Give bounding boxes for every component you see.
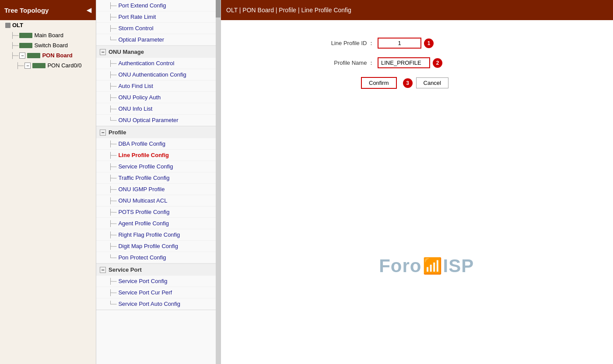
switch-board-icon [19,43,32,48]
tree-item-pon-board[interactable]: ├─ − PON Board [0,50,96,60]
tree-line-switch: ├─ [11,42,18,49]
watermark: Foro 📶 ISP [379,256,474,276]
service-port-collapse-icon[interactable]: − [100,267,106,273]
onu-manage-collapse-icon[interactable]: − [100,49,106,55]
watermark-foro: Foro [379,256,421,276]
nav-item-pots-profile-config[interactable]: ├─ POTS Profile Config [96,206,216,218]
nav-item-optical-parameter[interactable]: └─ Optical Parameter [96,34,216,46]
sidebar-title: Tree Topology [4,7,49,14]
pon-collapse-icon[interactable]: − [19,52,25,59]
nav-item-right-flag-profile-config[interactable]: ├─ Right Flag Profile Config [96,229,216,241]
olt-label: OLT [12,22,23,28]
olt-icon [5,23,11,28]
nav-section-header-profile[interactable]: − Profile [96,126,216,138]
nav-item-storm-control[interactable]: ├─ Storm Control [96,23,216,34]
nav-item-auto-find-list[interactable]: ├─ Auto Find List [96,80,216,92]
middle-nav-wrapper: ├─ Port Extend Config ├─ Port Rate Limit… [96,0,221,364]
step-badge-1: 1 [424,38,434,48]
line-profile-id-label: Line Profile ID ： [317,39,374,47]
profile-collapse-icon[interactable]: − [100,130,106,136]
nav-section-top: ├─ Port Extend Config ├─ Port Rate Limit… [96,0,216,46]
line-profile-form: Line Profile ID ： 1 Profile Name ： 2 Con… [230,38,604,89]
nav-item-service-port-config[interactable]: ├─ Service Port Config [96,276,216,287]
step-badge-2: 2 [433,58,442,68]
breadcrumb-text: OLT | PON Board | Profile | Line Profile… [226,7,351,14]
nav-item-line-profile-config[interactable]: ├─ Line Profile Config [96,150,216,161]
cancel-button[interactable]: Cancel [416,77,448,88]
tree-line-pon: ├─ [11,52,18,59]
nav-item-port-rate-limit[interactable]: ├─ Port Rate Limit [96,11,216,23]
nav-item-auth-control[interactable]: ├─ Authentication Control [96,58,216,69]
switch-board-label: Switch Board [34,42,68,49]
content-area: Line Profile ID ： 1 Profile Name ： 2 Con… [221,20,613,364]
nav-section-service-port: − Service Port ├─ Service Port Config ├─… [96,264,216,310]
profile-name-input[interactable] [378,57,430,68]
nav-item-onu-optical-param[interactable]: └─ ONU Optical Parameter [96,115,216,126]
nav-item-service-port-auto-config[interactable]: └─ Service Port Auto Config [96,298,216,310]
nav-item-onu-policy-auth[interactable]: ├─ ONU Policy Auth [96,92,216,103]
nav-section-profile: − Profile ├─ DBA Profile Config ├─ Line … [96,126,216,264]
confirm-button[interactable]: Confirm [361,77,397,89]
nav-section-onu-manage: − ONU Manage ├─ Authentication Control ├… [96,46,216,126]
nav-section-header-onu-manage[interactable]: − ONU Manage [96,46,216,58]
line-profile-id-input[interactable] [378,38,421,49]
nav-item-onu-multicast-acl[interactable]: ├─ ONU Multicast ACL [96,195,216,206]
nav-item-onu-auth-config[interactable]: ├─ ONU Authentication Config [96,69,216,80]
main-content-wrapper: OLT | PON Board | Profile | Line Profile… [221,0,613,364]
tree-item-pon-card[interactable]: ├─ − PON Card0/0 [0,60,96,70]
tree-item-main-board[interactable]: ├─ Main Board [0,30,96,40]
nav-item-service-profile-config[interactable]: ├─ Service Profile Config [96,161,216,172]
pon-card-icon [32,63,46,68]
nav-item-traffic-profile-config[interactable]: ├─ Traffic Profile Config [96,172,216,184]
nav-item-agent-profile-config[interactable]: ├─ Agent Profile Config [96,218,216,229]
main-board-label: Main Board [34,32,63,38]
nav-item-onu-igmp-profile[interactable]: ├─ ONU IGMP Profile [96,184,216,195]
tree-line-main: ├─ [11,32,18,38]
profile-name-label: Profile Name ： [317,59,374,67]
buttons-row: Confirm 3 Cancel [230,77,604,89]
sidebar: Tree Topology ◀ OLT ├─ Main Board [0,0,96,364]
tree-line-card: ├─ [16,62,24,69]
nav-item-digit-map-profile-config[interactable]: ├─ Digit Map Profile Config [96,241,216,252]
tree-item-switch-board[interactable]: ├─ Switch Board [0,40,96,50]
nav-item-service-port-cur-perf[interactable]: ├─ Service Port Cur Perf [96,287,216,298]
nav-section-header-service-port[interactable]: − Service Port [96,264,216,276]
sidebar-collapse-icon[interactable]: ◀ [87,7,91,14]
card-collapse-icon[interactable]: − [25,63,31,69]
pon-board-label: PON Board [42,52,72,59]
nav-item-onu-info-list[interactable]: ├─ ONU Info List [96,103,216,115]
middle-nav: ├─ Port Extend Config ├─ Port Rate Limit… [96,0,216,364]
nav-item-pon-protect-config[interactable]: └─ Pon Protect Config [96,252,216,263]
nav-item-dba-profile-config[interactable]: ├─ DBA Profile Config [96,138,216,150]
nav-item-port-extend-config[interactable]: ├─ Port Extend Config [96,0,216,11]
breadcrumb: OLT | PON Board | Profile | Line Profile… [221,0,613,20]
main-board-icon [19,33,32,38]
step-badge-3: 3 [403,78,413,88]
sidebar-header: Tree Topology ◀ [0,0,96,20]
watermark-wifi-icon: 📶 [423,257,442,275]
watermark-isp: ISP [443,256,474,276]
scrollbar-thumb[interactable] [216,0,221,18]
pon-card-label: PON Card0/0 [47,62,81,69]
line-profile-id-row: Line Profile ID ： 1 [230,38,604,49]
middle-nav-scrollbar[interactable] [216,0,221,364]
tree-item-olt[interactable]: OLT [0,20,96,30]
pon-board-icon [27,53,40,58]
profile-name-row: Profile Name ： 2 [230,57,604,68]
